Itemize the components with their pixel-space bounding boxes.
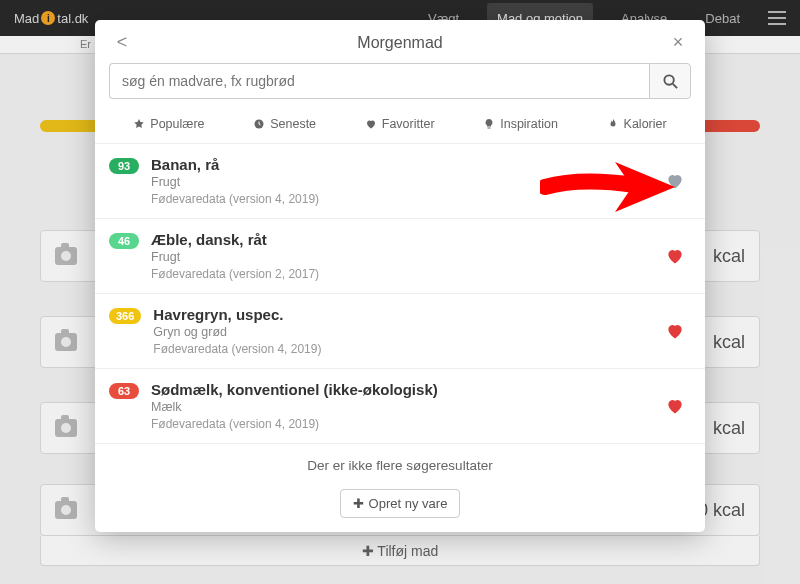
heart-icon <box>665 246 685 266</box>
heart-icon <box>665 321 685 341</box>
heart-icon <box>665 396 685 416</box>
star-icon <box>133 118 145 130</box>
food-source: Fødevaredata (version 2, 2017) <box>151 267 653 281</box>
clock-icon <box>253 118 265 130</box>
food-category: Frugt <box>151 250 653 264</box>
tab-label: Favoritter <box>382 117 435 131</box>
food-category: Frugt <box>151 175 653 189</box>
svg-point-0 <box>664 75 673 84</box>
food-category: Mælk <box>151 400 653 414</box>
results-list: 93 Banan, rå Frugt Fødevaredata (version… <box>95 144 705 444</box>
favorite-toggle[interactable] <box>665 171 685 191</box>
tab-calories[interactable]: Kalorier <box>601 113 673 135</box>
food-title: Sødmælk, konventionel (ikke-økologisk) <box>151 381 653 398</box>
search-row <box>95 63 705 109</box>
food-title: Æble, dansk, råt <box>151 231 653 248</box>
tab-favorites[interactable]: Favoritter <box>359 113 441 135</box>
tab-inspiration[interactable]: Inspiration <box>477 113 564 135</box>
score-badge: 63 <box>109 383 139 399</box>
food-title: Banan, rå <box>151 156 653 173</box>
food-item[interactable]: 63 Sødmælk, konventionel (ikke-økologisk… <box>95 369 705 444</box>
modal-title: Morgenmad <box>357 34 442 52</box>
create-item-button[interactable]: ✚ Opret ny vare <box>340 489 461 518</box>
food-source: Fødevaredata (version 4, 2019) <box>153 342 653 356</box>
favorite-toggle[interactable] <box>665 321 685 341</box>
filter-tabs: Populære Seneste Favoritter Inspiration … <box>95 109 705 144</box>
score-badge: 46 <box>109 233 139 249</box>
back-button[interactable]: < <box>113 32 131 53</box>
search-input[interactable] <box>109 63 649 99</box>
create-row: ✚ Opret ny vare <box>95 485 705 518</box>
search-button[interactable] <box>649 63 691 99</box>
plus-icon: ✚ <box>353 496 364 511</box>
heart-icon <box>665 171 685 191</box>
food-title: Havregryn, uspec. <box>153 306 653 323</box>
food-search-modal: < Morgenmad × Populære Seneste Favoritte… <box>95 20 705 532</box>
favorite-toggle[interactable] <box>665 246 685 266</box>
food-source: Fødevaredata (version 4, 2019) <box>151 417 653 431</box>
tab-label: Seneste <box>270 117 316 131</box>
search-icon <box>663 74 678 89</box>
heart-icon <box>365 118 377 130</box>
food-item-body: Havregryn, uspec. Gryn og grød Fødevared… <box>153 306 653 356</box>
food-category: Gryn og grød <box>153 325 653 339</box>
tab-popular[interactable]: Populære <box>127 113 210 135</box>
tab-label: Kalorier <box>624 117 667 131</box>
modal-header: < Morgenmad × <box>95 20 705 63</box>
close-button[interactable]: × <box>669 32 687 53</box>
food-source: Fødevaredata (version 4, 2019) <box>151 192 653 206</box>
no-more-results: Der er ikke flere søgeresultater <box>95 444 705 485</box>
tab-recent[interactable]: Seneste <box>247 113 322 135</box>
score-badge: 366 <box>109 308 141 324</box>
flame-icon <box>607 118 619 130</box>
food-item-body: Æble, dansk, råt Frugt Fødevaredata (ver… <box>151 231 653 281</box>
score-badge: 93 <box>109 158 139 174</box>
create-label: Opret ny vare <box>369 496 448 511</box>
food-item-body: Banan, rå Frugt Fødevaredata (version 4,… <box>151 156 653 206</box>
food-item[interactable]: 366 Havregryn, uspec. Gryn og grød Fødev… <box>95 294 705 369</box>
tab-label: Populære <box>150 117 204 131</box>
food-item[interactable]: 93 Banan, rå Frugt Fødevaredata (version… <box>95 144 705 219</box>
bulb-icon <box>483 118 495 130</box>
tab-label: Inspiration <box>500 117 558 131</box>
food-item-body: Sødmælk, konventionel (ikke-økologisk) M… <box>151 381 653 431</box>
svg-line-1 <box>672 83 676 87</box>
favorite-toggle[interactable] <box>665 396 685 416</box>
food-item[interactable]: 46 Æble, dansk, råt Frugt Fødevaredata (… <box>95 219 705 294</box>
